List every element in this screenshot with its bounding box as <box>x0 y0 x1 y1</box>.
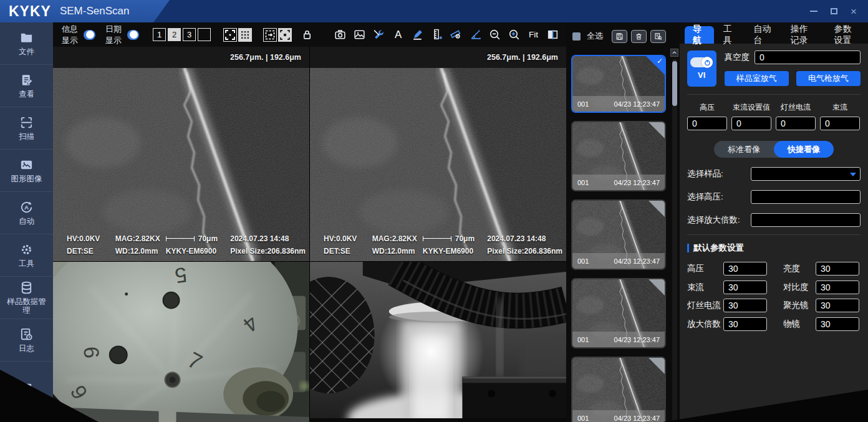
beam-input[interactable] <box>820 117 860 130</box>
scale-value: 70μm <box>455 233 475 245</box>
device-label: KYKY-EM6900 <box>166 245 231 257</box>
zoom-out-button[interactable] <box>488 27 501 43</box>
param-filament-input[interactable] <box>723 299 767 312</box>
tab-tools[interactable]: 工具 <box>715 26 745 44</box>
scrollbar-track[interactable] <box>672 59 677 422</box>
scroll-up-button[interactable] <box>670 49 678 57</box>
thumbnail-header: 全选 <box>566 22 680 50</box>
param-mag-label: 放大倍数 <box>687 319 723 330</box>
lock-button[interactable] <box>301 27 314 43</box>
sidebar-item-log[interactable]: 日志 <box>0 319 53 362</box>
select-area-button[interactable] <box>278 28 292 42</box>
scan-frame-button[interactable] <box>223 28 237 42</box>
hv-input[interactable] <box>687 117 727 130</box>
sidebar-item-tools[interactable]: 工具 <box>0 234 53 277</box>
layout-button-1[interactable]: 1 <box>153 28 166 41</box>
layout-button-4[interactable] <box>198 28 211 41</box>
param-hv-label: 高压 <box>687 263 723 274</box>
gun-vent-button[interactable]: 电气枪放气 <box>796 71 861 86</box>
sidebar-item-partial[interactable] <box>0 380 53 395</box>
draw-icon <box>411 28 424 41</box>
thumbnail-panel: 全选 <box>566 22 680 422</box>
info-display-toggle[interactable] <box>84 30 95 40</box>
sidebar-item-label: 样品数据管理 <box>7 297 47 315</box>
date-display-toggle[interactable] <box>127 30 139 40</box>
vacuum-input[interactable] <box>755 50 861 64</box>
delete-button[interactable] <box>631 30 647 43</box>
layout-button-2[interactable]: 2 <box>168 28 181 41</box>
tab-operation-log[interactable]: 操作记录 <box>783 26 825 44</box>
select-sample-label: 选择样品: <box>687 168 751 180</box>
thumbnail-item[interactable]: 001 04/23 12:23:47 <box>571 278 666 348</box>
sem-view-1[interactable]: 256.7μm. | 192.6μm HV:0.0KV DET:SE MAG:2… <box>53 47 309 261</box>
select-sample-dropdown[interactable] <box>751 167 861 181</box>
preview-button[interactable] <box>650 30 666 43</box>
select-mag-input[interactable] <box>751 213 861 227</box>
snapshot-button[interactable] <box>353 27 366 43</box>
sidebar-item-scan[interactable]: 扫描 <box>0 107 53 150</box>
param-objective-input[interactable] <box>816 317 859 331</box>
beam-set-input[interactable] <box>731 117 771 130</box>
camera-button[interactable] <box>334 27 347 43</box>
close-icon[interactable]: × <box>848 6 859 17</box>
database-icon <box>19 281 34 295</box>
dither-mode-button[interactable] <box>238 28 252 42</box>
sidebar-item-view[interactable]: 查看 <box>0 65 53 107</box>
maximize-icon[interactable] <box>828 6 839 17</box>
vi-toggle-button[interactable]: VI <box>687 50 716 87</box>
quick-imaging-button[interactable]: 快捷看像 <box>774 141 834 158</box>
param-condenser-input[interactable] <box>816 299 859 312</box>
fold-corner-icon <box>649 279 665 295</box>
zoom-in-button[interactable] <box>508 27 521 43</box>
ruler-button[interactable] <box>430 27 443 43</box>
thumbnail-item[interactable]: 001 04/23 12:23:47 <box>571 121 666 191</box>
image-icon <box>19 158 34 172</box>
fit-button[interactable]: Fit <box>527 30 540 39</box>
tab-parameter-settings[interactable]: 参数设置 <box>826 26 868 44</box>
layout-button-3[interactable]: 3 <box>183 28 196 41</box>
text-annotation-button[interactable]: A <box>392 27 405 43</box>
beam-label: 束流 <box>832 102 847 113</box>
sem-view-2[interactable]: 256.7μm. | 192.6μm HV:0.0KV DET:SE MAG:2… <box>310 47 566 261</box>
window-controls: × <box>808 0 859 22</box>
filament-input[interactable] <box>776 117 816 130</box>
sidebar-item-sample-data[interactable]: 样品数据管理 <box>0 277 53 319</box>
split-view-button[interactable] <box>546 27 559 43</box>
split-view-icon <box>546 28 559 41</box>
select-hv-input[interactable] <box>751 190 861 204</box>
param-brightness-input[interactable] <box>816 262 859 276</box>
select-hv-label: 选择高压: <box>687 191 751 203</box>
minimize-icon[interactable] <box>808 6 819 17</box>
scrollbar-thumb[interactable] <box>672 61 677 106</box>
datetime-readout: 2024.07.23 14:48 <box>487 233 562 245</box>
chamber-camera-column-view[interactable] <box>310 262 566 422</box>
sidebar-item-files[interactable]: 文件 <box>0 22 53 65</box>
angle-measure-button[interactable] <box>469 27 482 43</box>
wd-readout: WD:12.0mm <box>115 245 166 257</box>
tab-navigation[interactable]: 导航 <box>685 26 714 44</box>
fold-corner-icon <box>649 358 665 374</box>
thumbnail-item[interactable]: ✓ 001 04/23 12:23:47 <box>571 55 666 113</box>
tab-auto-stage[interactable]: 自动台 <box>746 26 781 44</box>
chamber-camera-stage-view[interactable]: 5 4 7 6 9 <box>53 262 309 422</box>
filament-label: 灯丝电流 <box>781 102 811 113</box>
param-beam-input[interactable] <box>723 281 767 294</box>
sidebar-item-auto[interactable]: A 自动 <box>0 192 53 234</box>
standard-imaging-button[interactable]: 标准看像 <box>714 141 774 158</box>
draw-button[interactable] <box>411 27 424 43</box>
thumbnail-datetime: 04/23 12:23:47 <box>614 179 660 186</box>
save-button[interactable] <box>612 30 627 43</box>
param-mag-input[interactable] <box>723 317 767 331</box>
continuous-scan-button[interactable] <box>263 28 277 42</box>
monitor-icon <box>19 380 34 395</box>
thumbnail-item[interactable]: 001 04/23 12:23:47 <box>571 357 666 422</box>
select-all-checkbox[interactable] <box>572 32 581 41</box>
dither-mode-icon <box>239 29 251 41</box>
param-hv-input[interactable] <box>723 262 767 276</box>
sidebar-item-graphics[interactable]: 图形图像 <box>0 150 53 192</box>
chamber-vent-button[interactable]: 样品室放气 <box>725 71 789 86</box>
thumbnail-item[interactable]: 001 04/23 12:23:47 <box>571 199 666 270</box>
image-tools-button[interactable] <box>372 27 385 43</box>
measure-view-button[interactable] <box>450 27 463 43</box>
param-contrast-input[interactable] <box>816 281 859 294</box>
